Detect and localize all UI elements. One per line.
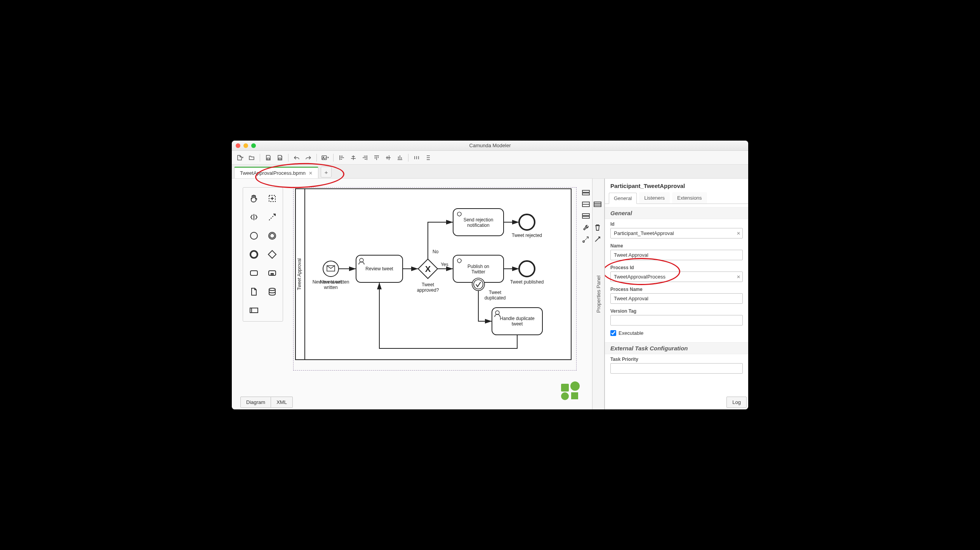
svg-rect-1 (279, 158, 281, 160)
window-title: Camunda Modeler (232, 143, 748, 148)
intermediate-event-tool[interactable] (263, 226, 281, 245)
properties-panel-toggle-label: Properties Panel (596, 275, 601, 313)
id-label: Id (610, 221, 743, 227)
diagram-mode-tab[interactable]: Diagram (240, 397, 271, 408)
undo-button[interactable] (292, 153, 302, 163)
log-button[interactable]: Log (726, 397, 747, 408)
process-id-input[interactable] (610, 272, 743, 282)
task-priority-input[interactable] (610, 363, 743, 374)
clear-id-icon[interactable]: ✕ (737, 231, 740, 236)
align-bottom-button[interactable] (395, 153, 405, 163)
xml-mode-tab[interactable]: XML (271, 397, 293, 408)
svg-rect-50 (582, 216, 589, 218)
svg-rect-9 (250, 271, 257, 275)
svg-text:Review tweet: Review tweet (365, 266, 393, 272)
end-event-published[interactable] (519, 261, 535, 277)
properties-tab-listeners[interactable]: Listeners (639, 192, 670, 204)
svg-rect-42 (582, 190, 589, 192)
ctx-connect-icon[interactable] (580, 234, 591, 245)
svg-point-54 (561, 392, 569, 400)
ctx-lane-below-icon[interactable] (580, 211, 591, 221)
canvas[interactable]: Tweet Approval New tweet written New twe… (232, 179, 592, 409)
svg-point-5 (250, 232, 257, 239)
new-file-button[interactable]: ▾ (235, 153, 245, 163)
save-button[interactable] (263, 153, 273, 163)
end-event-tool[interactable] (245, 245, 263, 264)
align-center-h-button[interactable] (348, 153, 358, 163)
connect-tool[interactable] (263, 208, 281, 226)
ctx-lane-divide-three-icon[interactable] (592, 199, 603, 210)
editor-mode-tabs: Diagram XML (240, 397, 293, 408)
svg-rect-55 (571, 392, 578, 399)
svg-point-3 (323, 157, 324, 158)
titlebar: Camunda Modeler (232, 141, 748, 151)
boundary-event-duplicated[interactable] (472, 278, 485, 291)
svg-point-15 (323, 261, 339, 277)
properties-tab-general[interactable]: General (609, 193, 637, 204)
data-object-tool[interactable] (245, 282, 263, 301)
add-tab-button[interactable]: + (321, 167, 332, 178)
svg-point-51 (583, 241, 584, 242)
bpmn-diagram[interactable]: Tweet Approval New tweet written New twe… (294, 187, 573, 370)
svg-text:Send rejectionnotification: Send rejectionnotification (464, 217, 493, 228)
properties-tab-extensions[interactable]: Extensions (672, 192, 707, 204)
svg-rect-49 (582, 214, 589, 216)
redo-button[interactable] (303, 153, 313, 163)
hand-tool[interactable] (245, 189, 263, 208)
toolbar: ▾ ▾ (232, 151, 748, 165)
process-name-label: Process Name (610, 287, 743, 292)
task-tool[interactable] (245, 264, 263, 282)
process-name-input[interactable] (610, 293, 743, 304)
name-label: Name (610, 243, 743, 249)
ctx-lane-divide-two-icon[interactable] (580, 199, 591, 210)
version-tag-label: Version Tag (610, 308, 743, 314)
start-event-tool[interactable] (245, 226, 263, 245)
align-center-v-button[interactable] (383, 153, 393, 163)
distribute-h-button[interactable] (412, 153, 422, 163)
executable-checkbox[interactable] (610, 330, 616, 336)
subprocess-tool[interactable] (263, 264, 281, 282)
version-tag-input[interactable] (610, 315, 743, 325)
svg-point-52 (570, 381, 580, 391)
lane-label: Tweet Approval (297, 258, 302, 290)
open-file-button[interactable] (247, 153, 257, 163)
file-tab[interactable]: TweetApprovalProcess.bpmn ✕ (234, 167, 318, 178)
svg-rect-43 (582, 193, 589, 195)
svg-text:X: X (425, 264, 431, 274)
distribute-v-button[interactable] (423, 153, 433, 163)
svg-rect-46 (594, 202, 601, 207)
end-event-rejected[interactable] (519, 214, 535, 230)
save-as-button[interactable] (275, 153, 285, 163)
id-input[interactable] (610, 228, 743, 238)
close-tab-icon[interactable]: ✕ (309, 171, 313, 176)
ctx-wrench-icon[interactable] (580, 222, 591, 233)
context-pad (580, 187, 603, 245)
properties-heading: Participant_TweetApproval (605, 179, 748, 192)
ctx-lane-above-icon[interactable] (580, 187, 591, 198)
svg-point-8 (250, 251, 257, 258)
gateway-tool[interactable] (263, 245, 281, 264)
main-area: Tweet Approval New tweet written New twe… (232, 179, 748, 409)
svg-text:Tweet rejected: Tweet rejected (512, 233, 542, 238)
svg-text:No: No (433, 249, 439, 254)
svg-point-12 (269, 288, 275, 291)
ctx-connect-arrow-icon[interactable] (592, 234, 603, 245)
start-event[interactable] (323, 261, 339, 277)
properties-tabs: General Listeners Extensions (605, 192, 748, 204)
svg-rect-0 (267, 158, 269, 160)
data-store-tool[interactable] (263, 282, 281, 301)
align-left-button[interactable] (337, 153, 347, 163)
clear-process-id-icon[interactable]: ✕ (737, 274, 740, 280)
lasso-tool[interactable] (263, 189, 281, 208)
executable-label: Executable (619, 330, 643, 336)
name-input[interactable] (610, 250, 743, 260)
space-tool[interactable] (245, 208, 263, 226)
svg-point-34 (519, 261, 535, 277)
properties-panel: Participant_TweetApproval General Listen… (605, 179, 748, 409)
align-top-button[interactable] (372, 153, 382, 163)
ctx-trash-icon[interactable] (592, 222, 603, 233)
image-export-button[interactable]: ▾ (320, 153, 330, 163)
align-right-button[interactable] (360, 153, 370, 163)
pool-tool[interactable] (245, 301, 263, 320)
section-external: External Task Configuration (605, 342, 748, 354)
